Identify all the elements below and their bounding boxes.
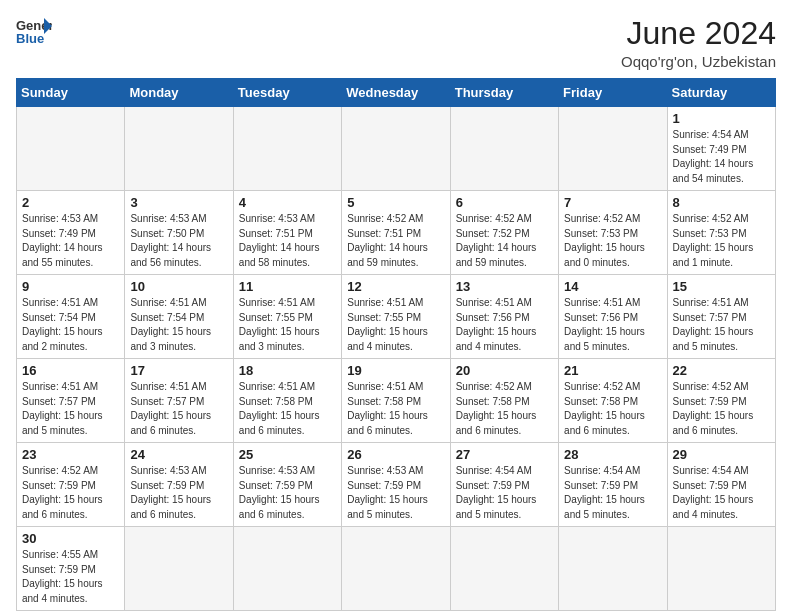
- calendar-cell: 9Sunrise: 4:51 AM Sunset: 7:54 PM Daylig…: [17, 275, 125, 359]
- calendar-cell: [559, 527, 667, 611]
- day-number: 12: [347, 279, 444, 294]
- weekday-header-tuesday: Tuesday: [233, 79, 341, 107]
- day-number: 30: [22, 531, 119, 546]
- day-info: Sunrise: 4:54 AM Sunset: 7:49 PM Dayligh…: [673, 128, 770, 186]
- day-info: Sunrise: 4:52 AM Sunset: 7:53 PM Dayligh…: [564, 212, 661, 270]
- week-row-2: 2Sunrise: 4:53 AM Sunset: 7:49 PM Daylig…: [17, 191, 776, 275]
- day-info: Sunrise: 4:54 AM Sunset: 7:59 PM Dayligh…: [456, 464, 553, 522]
- calendar-cell: 13Sunrise: 4:51 AM Sunset: 7:56 PM Dayli…: [450, 275, 558, 359]
- calendar-table: SundayMondayTuesdayWednesdayThursdayFrid…: [16, 78, 776, 611]
- header: General Blue June 2024 Oqqo'rg'on, Uzbek…: [16, 16, 776, 70]
- calendar-cell: 27Sunrise: 4:54 AM Sunset: 7:59 PM Dayli…: [450, 443, 558, 527]
- calendar-cell: 5Sunrise: 4:52 AM Sunset: 7:51 PM Daylig…: [342, 191, 450, 275]
- calendar-cell: [233, 527, 341, 611]
- day-number: 21: [564, 363, 661, 378]
- calendar-cell: 23Sunrise: 4:52 AM Sunset: 7:59 PM Dayli…: [17, 443, 125, 527]
- day-info: Sunrise: 4:52 AM Sunset: 7:58 PM Dayligh…: [564, 380, 661, 438]
- week-row-4: 16Sunrise: 4:51 AM Sunset: 7:57 PM Dayli…: [17, 359, 776, 443]
- calendar-cell: [17, 107, 125, 191]
- day-number: 28: [564, 447, 661, 462]
- calendar-cell: 22Sunrise: 4:52 AM Sunset: 7:59 PM Dayli…: [667, 359, 775, 443]
- calendar-cell: 20Sunrise: 4:52 AM Sunset: 7:58 PM Dayli…: [450, 359, 558, 443]
- calendar-cell: 17Sunrise: 4:51 AM Sunset: 7:57 PM Dayli…: [125, 359, 233, 443]
- calendar-cell: 25Sunrise: 4:53 AM Sunset: 7:59 PM Dayli…: [233, 443, 341, 527]
- weekday-header-wednesday: Wednesday: [342, 79, 450, 107]
- day-info: Sunrise: 4:51 AM Sunset: 7:54 PM Dayligh…: [22, 296, 119, 354]
- calendar-cell: [450, 527, 558, 611]
- day-info: Sunrise: 4:53 AM Sunset: 7:59 PM Dayligh…: [239, 464, 336, 522]
- day-info: Sunrise: 4:55 AM Sunset: 7:59 PM Dayligh…: [22, 548, 119, 606]
- location: Oqqo'rg'on, Uzbekistan: [621, 53, 776, 70]
- weekday-header-sunday: Sunday: [17, 79, 125, 107]
- day-number: 27: [456, 447, 553, 462]
- day-number: 22: [673, 363, 770, 378]
- day-info: Sunrise: 4:51 AM Sunset: 7:57 PM Dayligh…: [22, 380, 119, 438]
- day-number: 25: [239, 447, 336, 462]
- day-number: 19: [347, 363, 444, 378]
- calendar-cell: 6Sunrise: 4:52 AM Sunset: 7:52 PM Daylig…: [450, 191, 558, 275]
- day-info: Sunrise: 4:52 AM Sunset: 7:59 PM Dayligh…: [673, 380, 770, 438]
- calendar-cell: 24Sunrise: 4:53 AM Sunset: 7:59 PM Dayli…: [125, 443, 233, 527]
- day-info: Sunrise: 4:53 AM Sunset: 7:59 PM Dayligh…: [347, 464, 444, 522]
- day-info: Sunrise: 4:52 AM Sunset: 7:58 PM Dayligh…: [456, 380, 553, 438]
- day-info: Sunrise: 4:51 AM Sunset: 7:55 PM Dayligh…: [239, 296, 336, 354]
- day-info: Sunrise: 4:52 AM Sunset: 7:59 PM Dayligh…: [22, 464, 119, 522]
- day-number: 6: [456, 195, 553, 210]
- calendar-cell: [125, 527, 233, 611]
- day-info: Sunrise: 4:51 AM Sunset: 7:57 PM Dayligh…: [673, 296, 770, 354]
- calendar-cell: 28Sunrise: 4:54 AM Sunset: 7:59 PM Dayli…: [559, 443, 667, 527]
- calendar-cell: [450, 107, 558, 191]
- calendar-cell: 12Sunrise: 4:51 AM Sunset: 7:55 PM Dayli…: [342, 275, 450, 359]
- day-info: Sunrise: 4:51 AM Sunset: 7:56 PM Dayligh…: [564, 296, 661, 354]
- day-number: 11: [239, 279, 336, 294]
- day-info: Sunrise: 4:53 AM Sunset: 7:49 PM Dayligh…: [22, 212, 119, 270]
- calendar-cell: 3Sunrise: 4:53 AM Sunset: 7:50 PM Daylig…: [125, 191, 233, 275]
- day-number: 26: [347, 447, 444, 462]
- day-info: Sunrise: 4:51 AM Sunset: 7:58 PM Dayligh…: [347, 380, 444, 438]
- calendar-cell: [233, 107, 341, 191]
- weekday-header-saturday: Saturday: [667, 79, 775, 107]
- day-number: 7: [564, 195, 661, 210]
- day-number: 29: [673, 447, 770, 462]
- calendar-cell: [342, 527, 450, 611]
- calendar-cell: 21Sunrise: 4:52 AM Sunset: 7:58 PM Dayli…: [559, 359, 667, 443]
- weekday-header-friday: Friday: [559, 79, 667, 107]
- calendar-cell: 18Sunrise: 4:51 AM Sunset: 7:58 PM Dayli…: [233, 359, 341, 443]
- day-number: 3: [130, 195, 227, 210]
- calendar-cell: 11Sunrise: 4:51 AM Sunset: 7:55 PM Dayli…: [233, 275, 341, 359]
- svg-text:Blue: Blue: [16, 31, 44, 44]
- calendar-cell: [125, 107, 233, 191]
- day-number: 10: [130, 279, 227, 294]
- calendar-cell: 26Sunrise: 4:53 AM Sunset: 7:59 PM Dayli…: [342, 443, 450, 527]
- calendar-cell: 29Sunrise: 4:54 AM Sunset: 7:59 PM Dayli…: [667, 443, 775, 527]
- day-number: 23: [22, 447, 119, 462]
- weekday-header-row: SundayMondayTuesdayWednesdayThursdayFrid…: [17, 79, 776, 107]
- day-info: Sunrise: 4:53 AM Sunset: 7:59 PM Dayligh…: [130, 464, 227, 522]
- calendar-cell: 16Sunrise: 4:51 AM Sunset: 7:57 PM Dayli…: [17, 359, 125, 443]
- day-info: Sunrise: 4:54 AM Sunset: 7:59 PM Dayligh…: [673, 464, 770, 522]
- calendar-cell: [667, 527, 775, 611]
- day-info: Sunrise: 4:52 AM Sunset: 7:52 PM Dayligh…: [456, 212, 553, 270]
- logo: General Blue: [16, 16, 52, 44]
- day-info: Sunrise: 4:53 AM Sunset: 7:50 PM Dayligh…: [130, 212, 227, 270]
- week-row-5: 23Sunrise: 4:52 AM Sunset: 7:59 PM Dayli…: [17, 443, 776, 527]
- calendar-cell: 1Sunrise: 4:54 AM Sunset: 7:49 PM Daylig…: [667, 107, 775, 191]
- day-number: 24: [130, 447, 227, 462]
- weekday-header-monday: Monday: [125, 79, 233, 107]
- day-number: 14: [564, 279, 661, 294]
- week-row-6: 30Sunrise: 4:55 AM Sunset: 7:59 PM Dayli…: [17, 527, 776, 611]
- week-row-1: 1Sunrise: 4:54 AM Sunset: 7:49 PM Daylig…: [17, 107, 776, 191]
- day-info: Sunrise: 4:51 AM Sunset: 7:56 PM Dayligh…: [456, 296, 553, 354]
- day-number: 13: [456, 279, 553, 294]
- day-info: Sunrise: 4:54 AM Sunset: 7:59 PM Dayligh…: [564, 464, 661, 522]
- day-info: Sunrise: 4:51 AM Sunset: 7:57 PM Dayligh…: [130, 380, 227, 438]
- day-number: 8: [673, 195, 770, 210]
- week-row-3: 9Sunrise: 4:51 AM Sunset: 7:54 PM Daylig…: [17, 275, 776, 359]
- day-number: 5: [347, 195, 444, 210]
- calendar-cell: 15Sunrise: 4:51 AM Sunset: 7:57 PM Dayli…: [667, 275, 775, 359]
- calendar-cell: 8Sunrise: 4:52 AM Sunset: 7:53 PM Daylig…: [667, 191, 775, 275]
- calendar-cell: 2Sunrise: 4:53 AM Sunset: 7:49 PM Daylig…: [17, 191, 125, 275]
- day-info: Sunrise: 4:52 AM Sunset: 7:51 PM Dayligh…: [347, 212, 444, 270]
- calendar-cell: [342, 107, 450, 191]
- weekday-header-thursday: Thursday: [450, 79, 558, 107]
